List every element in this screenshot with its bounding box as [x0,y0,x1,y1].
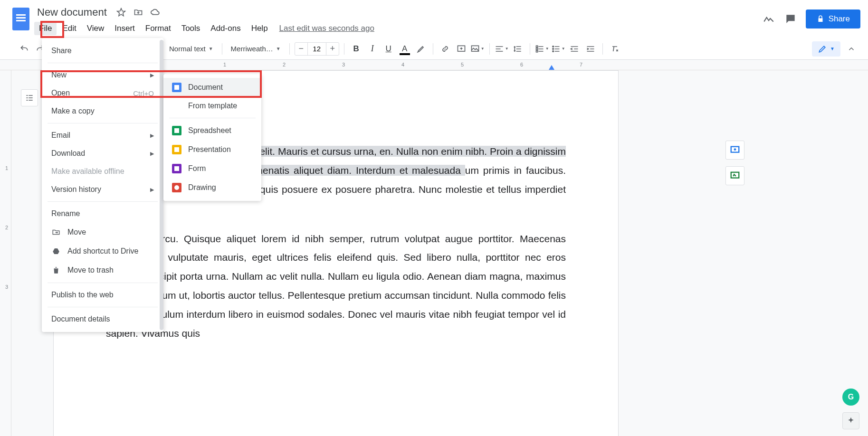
file-publish-item[interactable]: Publish to the web [42,286,163,304]
trash-icon [51,265,61,275]
activity-icon[interactable] [762,12,775,26]
bulleted-list-button[interactable]: ▼ [551,42,565,56]
new-document-item[interactable]: Document [163,78,261,97]
logo-wrap [8,4,34,30]
clear-formatting-button[interactable] [608,42,622,56]
insert-comment-button[interactable] [454,42,468,56]
file-new-item[interactable]: New▶ [42,66,163,84]
menu-tools[interactable]: Tools [177,22,205,35]
paragraph[interactable]: In a urna arcu. Quisque aliquet lorem id… [106,229,566,343]
add-comment-button[interactable] [725,141,744,160]
caret-down-icon: ▼ [481,47,485,51]
file-shortcut-item[interactable]: Add shortcut to Drive [42,242,163,261]
star-icon[interactable] [115,7,127,18]
caret-down-icon: ▼ [276,46,281,51]
document-title[interactable]: New document [34,5,110,19]
highlight-button[interactable] [414,42,428,56]
paragraph-style-select[interactable]: Normal text▼ [165,43,217,55]
underline-button[interactable]: U [382,42,396,56]
indent-decrease-button[interactable] [567,42,582,56]
new-submenu: Document From template Spreadsheet Prese… [163,74,261,201]
new-spreadsheet-item[interactable]: Spreadsheet [163,121,261,140]
last-edit-link[interactable]: Last edit was seconds ago [279,24,374,33]
separator [433,43,433,55]
indent-increase-button[interactable] [583,42,598,56]
font-size-control: − 12 + [295,42,339,56]
svg-rect-4 [536,50,537,52]
menu-help[interactable]: Help [247,22,273,35]
file-share-item[interactable]: Share [42,42,163,60]
comments-icon[interactable] [784,12,797,26]
file-version-item[interactable]: Version history▶ [42,180,163,199]
bold-button[interactable]: B [349,42,363,56]
collapse-toolbar-button[interactable] [844,42,858,56]
file-offline-item: Make available offline [42,162,163,180]
editing-mode-button[interactable]: ▼ [812,41,840,57]
new-form-item[interactable]: Form [163,159,261,178]
insert-link-button[interactable] [438,42,452,56]
font-size-increase[interactable]: + [326,44,339,54]
separator [289,43,290,55]
slides-app-icon [172,145,181,154]
svg-point-6 [553,48,554,49]
separator [48,283,158,283]
menubar: File Edit View Insert Format Tools Add-o… [34,21,762,36]
file-dropdown: Share New▶ OpenCtrl+O Make a copy Email▶… [42,38,163,332]
separator [222,43,222,55]
toolbar-right: ▼ [812,41,858,57]
file-details-item[interactable]: Document details [42,310,163,328]
menu-insert[interactable]: Insert [110,22,140,35]
italic-button[interactable]: I [365,42,380,56]
separator [602,43,603,55]
title-row: New document [34,4,762,21]
new-template-item[interactable]: From template [163,97,261,115]
new-drawing-item[interactable]: Drawing [163,178,261,197]
explore-button[interactable] [842,412,859,429]
forms-app-icon [172,164,181,173]
font-size-value[interactable]: 12 [307,43,326,55]
suggest-edit-button[interactable] [725,166,744,185]
svg-point-5 [553,46,554,47]
menu-file[interactable]: File [34,22,57,35]
separator [48,63,158,63]
caret-right-icon: ▶ [150,187,154,193]
new-presentation-item[interactable]: Presentation [163,140,261,159]
font-select[interactable]: Merriweath…▼ [227,43,285,55]
caret-right-icon: ▶ [150,133,154,139]
vertical-ruler[interactable]: 1 2 3 [0,70,11,436]
file-move-item[interactable]: Move [42,223,163,242]
outline-toggle-button[interactable] [21,89,38,106]
grammarly-icon[interactable]: G [842,389,859,406]
cloud-status-icon[interactable] [150,7,161,18]
indent-marker-icon[interactable] [549,65,554,70]
align-button[interactable]: ▼ [495,42,509,56]
file-download-item[interactable]: Download▶ [42,144,163,162]
docs-logo-icon[interactable] [12,8,29,30]
separator [344,43,344,55]
undo-button[interactable] [17,42,31,56]
separator [48,307,158,307]
file-make-copy-item[interactable]: Make a copy [42,102,163,120]
file-email-item[interactable]: Email▶ [42,126,163,144]
drawings-app-icon [172,183,181,192]
menu-edit[interactable]: Edit [57,22,81,35]
file-rename-item[interactable]: Rename [42,205,163,223]
insert-image-button[interactable]: ▼ [470,42,485,56]
caret-down-icon: ▼ [545,47,549,51]
menu-view[interactable]: View [82,22,109,35]
header-main: New document File Edit View Insert Forma… [34,4,762,36]
text-color-button[interactable]: A [398,42,412,56]
move-folder-icon[interactable] [133,7,144,18]
sheets-app-icon [172,126,181,135]
separator [489,43,490,55]
menu-format[interactable]: Format [141,22,176,35]
share-button[interactable]: Share [806,9,860,28]
side-actions [725,141,744,185]
line-spacing-button[interactable] [511,42,525,56]
menu-addons[interactable]: Add-ons [206,22,245,35]
font-size-decrease[interactable]: − [295,44,307,54]
file-trash-item[interactable]: Move to trash [42,261,163,280]
file-open-item[interactable]: OpenCtrl+O [42,84,163,102]
checklist-button[interactable]: ▼ [535,42,549,56]
header: New document File Edit View Insert Forma… [0,0,868,38]
